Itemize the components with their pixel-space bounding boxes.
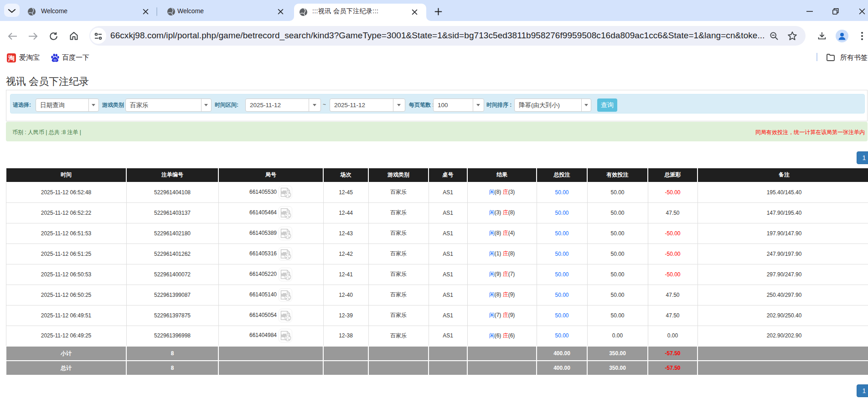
svg-text:du: du bbox=[53, 58, 57, 61]
